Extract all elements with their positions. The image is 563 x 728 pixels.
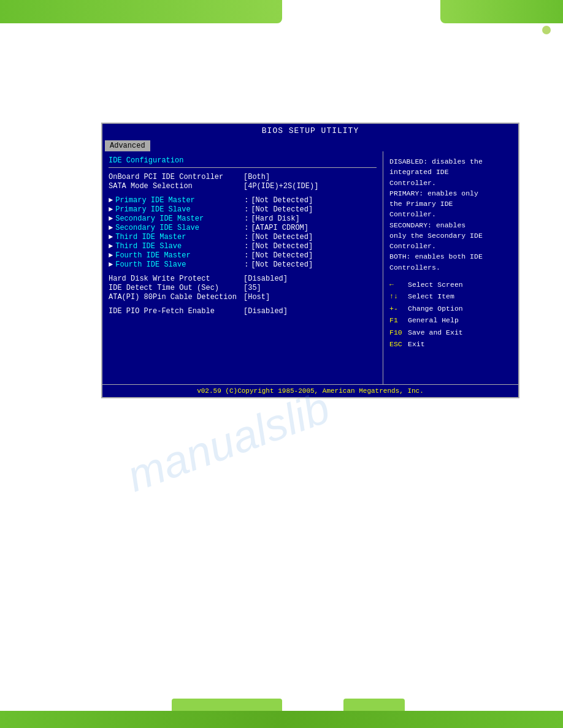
arrow-icon-0: ► (109, 196, 113, 205)
bios-footer: v02.59 (C)Copyright 1985-2005, American … (102, 384, 518, 397)
arrow-icon-1: ► (109, 205, 113, 214)
bios-window: BIOS SETUP UTILITY Advanced IDE Configur… (101, 123, 519, 398)
help-line-0: DISABLED: disables the (389, 156, 512, 167)
key-sym-2: +- (389, 303, 408, 315)
onboard-pci-value: [Both] (243, 173, 270, 181)
section-title: IDE Configuration (109, 156, 377, 165)
bios-title-text: BIOS SETUP UTILITY (262, 126, 359, 135)
item-label-3: Secondary IDE Slave (115, 224, 244, 232)
menu-items: ►Primary IDE Master:[Not Detected]►Prima… (109, 196, 377, 269)
item-label-2: Secondary IDE Master (115, 214, 244, 223)
bottom-label-0: Hard Disk Write Protect (109, 275, 243, 283)
bios-left-panel: IDE Configuration OnBoard PCI IDE Contro… (102, 151, 383, 384)
bios-content-area: IDE Configuration OnBoard PCI IDE Contro… (102, 151, 518, 384)
bottom-label-2: ATA(PI) 80Pin Cable Detection (109, 293, 243, 301)
top-decoration (0, 0, 563, 34)
help-line-5: Controller. (389, 209, 512, 219)
key-sym-4: F10 (389, 327, 408, 339)
item-value-3: [ATAPI CDROM] (251, 224, 308, 232)
top-green-left (0, 0, 282, 23)
item-label-6: Fourth IDE Master (115, 251, 244, 260)
key-row-5: ESC Exit (389, 338, 512, 351)
help-line-1: integrated IDE (389, 167, 512, 177)
arrow-icon-6: ► (109, 251, 113, 260)
item-value-0: [Not Detected] (251, 196, 313, 205)
item-value-2: [Hard Disk] (251, 214, 299, 223)
item-label-7: Fourth IDE Slave (115, 260, 244, 269)
section-divider (109, 167, 377, 168)
arrow-icon-3: ► (109, 224, 113, 232)
spacer3 (109, 302, 377, 307)
key-label-4: Save and Exit (408, 327, 463, 339)
menu-item-7[interactable]: ►Fourth IDE Slave:[Not Detected] (109, 260, 377, 269)
sata-mode-label: SATA Mode Selection (109, 182, 243, 191)
help-text: DISABLED: disables theintegrated IDECont… (389, 156, 512, 273)
arrow-icon-4: ► (109, 233, 113, 241)
tab-advanced[interactable]: Advanced (105, 140, 150, 151)
key-label-1: Select Item (408, 290, 454, 303)
item-value-1: [Not Detected] (251, 205, 313, 214)
bottom-decoration (0, 694, 563, 728)
item-label-5: Third IDE Slave (115, 242, 244, 251)
help-line-4: the Primary IDE (389, 199, 512, 209)
item-value-7: [Not Detected] (251, 260, 313, 269)
menu-item-0[interactable]: ►Primary IDE Master:[Not Detected] (109, 196, 377, 205)
watermark: manualslib (120, 382, 335, 502)
bios-right-panel: DISABLED: disables theintegrated IDECont… (383, 151, 518, 384)
onboard-pci-label: OnBoard PCI IDE Controller (109, 173, 243, 181)
key-label-3: General Help (408, 314, 459, 327)
sata-mode-value: [4P(IDE)+2S(IDE)] (243, 182, 318, 191)
bottom-label-1: IDE Detect Time Out (Sec) (109, 284, 243, 292)
bottom-row-0: Hard Disk Write Protect[Disabled] (109, 275, 377, 283)
key-label-5: Exit (408, 338, 425, 351)
key-sym-0: ← (389, 279, 408, 291)
menu-item-6[interactable]: ►Fourth IDE Master:[Not Detected] (109, 251, 377, 260)
key-row-3: F1 General Help (389, 314, 512, 327)
key-row-4: F10 Save and Exit (389, 327, 512, 339)
arrow-icon-5: ► (109, 242, 113, 251)
bottom-row-1: IDE Detect Time Out (Sec)[35] (109, 284, 377, 292)
menu-item-2[interactable]: ►Secondary IDE Master:[Hard Disk] (109, 214, 377, 223)
menu-item-4[interactable]: ►Third IDE Master:[Not Detected] (109, 233, 377, 241)
key-sym-5: ESC (389, 338, 408, 351)
bottom-row-2: ATA(PI) 80Pin Cable Detection[Host] (109, 293, 377, 301)
item-value-4: [Not Detected] (251, 233, 313, 241)
bottom-value-0: [Disabled] (243, 275, 288, 283)
help-line-10: Controllers. (389, 262, 512, 273)
key-row-1: ↑↓ Select Item (389, 290, 512, 303)
key-row-2: +- Change Option (389, 303, 512, 315)
key-sym-3: F1 (389, 314, 408, 327)
bottom-accent-1 (172, 699, 282, 711)
bios-tab-bar: Advanced (102, 138, 518, 151)
extra-value-0: [Disabled] (243, 307, 288, 316)
item-value-5: [Not Detected] (251, 242, 313, 251)
bottom-green-full (0, 711, 563, 728)
spacer1 (109, 191, 377, 196)
extra-rows: IDE PIO Pre-Fetch Enable[Disabled] (109, 307, 377, 316)
item-label-4: Third IDE Master (115, 233, 244, 241)
top-dot (542, 26, 551, 34)
key-label-0: Select Screen (408, 279, 463, 291)
help-line-2: Controller. (389, 178, 512, 188)
spacer2 (109, 270, 377, 275)
menu-item-5[interactable]: ►Third IDE Slave:[Not Detected] (109, 242, 377, 251)
key-sym-1: ↑↓ (389, 290, 408, 303)
menu-item-1[interactable]: ►Primary IDE Slave:[Not Detected] (109, 205, 377, 214)
sata-mode-row: SATA Mode Selection [4P(IDE)+2S(IDE)] (109, 182, 377, 191)
footer-text: v02.59 (C)Copyright 1985-2005, American … (197, 387, 424, 395)
bottom-rows: Hard Disk Write Protect[Disabled]IDE Det… (109, 275, 377, 301)
arrow-icon-2: ► (109, 214, 113, 223)
help-line-8: Controller. (389, 241, 512, 251)
menu-item-3[interactable]: ►Secondary IDE Slave:[ATAPI CDROM] (109, 224, 377, 232)
extra-label-0: IDE PIO Pre-Fetch Enable (109, 307, 243, 316)
bottom-value-2: [Host] (243, 293, 270, 301)
arrow-icon-7: ► (109, 260, 113, 269)
key-label-2: Change Option (408, 303, 463, 315)
item-label-0: Primary IDE Master (115, 196, 244, 205)
key-help: ← Select Screen↑↓ Select Item+- Change O… (389, 279, 512, 351)
help-line-7: only the Secondary IDE (389, 230, 512, 241)
help-line-9: BOTH: enables both IDE (389, 251, 512, 262)
item-label-1: Primary IDE Slave (115, 205, 244, 214)
help-line-3: PRIMARY: enables only (389, 188, 512, 199)
extra-row-0: IDE PIO Pre-Fetch Enable[Disabled] (109, 307, 377, 316)
